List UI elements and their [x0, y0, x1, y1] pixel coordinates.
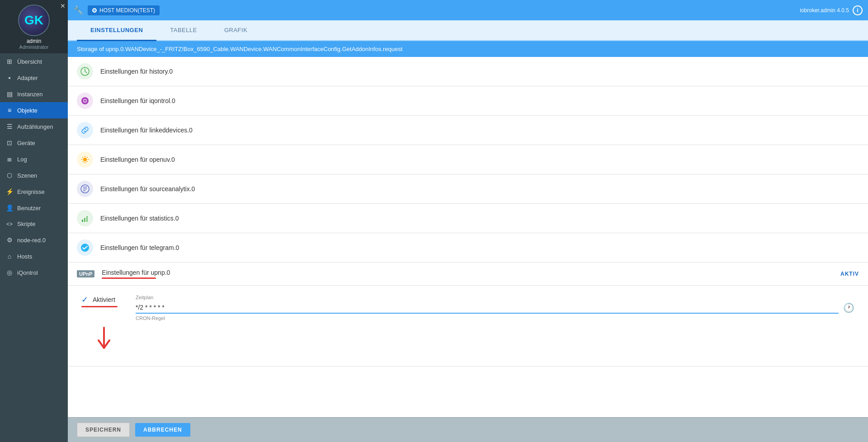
- form-row: ✓ Aktiviert Zeitplan 🕐 CRON-Regel: [81, 295, 854, 321]
- check-icon: ✓: [81, 295, 88, 305]
- user-icon: 👤: [5, 204, 14, 212]
- grid-icon: ⊞: [5, 58, 14, 65]
- zeitplan-label: Zeitplan: [136, 295, 854, 300]
- sidebar-item-geraete[interactable]: ⊡ Geräte: [0, 135, 68, 151]
- clock-icon[interactable]: 🕐: [843, 302, 854, 313]
- tab-grafik[interactable]: GRAFIK: [211, 20, 261, 41]
- settings-row-openuv[interactable]: Einstellungen für openuv.0: [68, 145, 868, 174]
- username-label: admin: [27, 38, 42, 44]
- cancel-button[interactable]: ABBRECHEN: [135, 423, 190, 437]
- tabs-bar: EINSTELLUNGEN TABELLE GRAFIK: [68, 20, 868, 41]
- cron-label: CRON-Regel: [136, 315, 854, 321]
- sidebar-item-adapter[interactable]: ▪ Adapter: [0, 70, 68, 86]
- statistics-icon: [77, 210, 93, 226]
- sidebar-logo: ✕ GK admin Administrator: [0, 0, 68, 53]
- sidebar-item-skripte[interactable]: <> Skripte: [0, 216, 68, 232]
- sidebar-nav: ⊞ Übersicht ▪ Adapter ▤ Instanzen ≡ Obje…: [0, 53, 68, 442]
- sidebar-item-hosts[interactable]: ⌂ Hosts: [0, 248, 68, 264]
- aktiv-badge: AKTIV: [840, 271, 859, 277]
- iqontrol-row-icon: [77, 93, 93, 109]
- upnp-badge: UPnP: [77, 270, 94, 277]
- svg-rect-17: [82, 220, 83, 222]
- sidebar-item-uebersicht[interactable]: ⊞ Übersicht: [0, 53, 68, 70]
- svg-line-10: [87, 161, 87, 162]
- iqontrol-icon: ◎: [5, 269, 14, 276]
- wrench-icon: 🔧: [73, 5, 83, 15]
- content-area: Storage of upnp.0.WANDevice_-_FRITZ!Box_…: [68, 41, 868, 417]
- main-area: 🔧 HOST MEDION(TEST) iobroker.admin 4.0.5…: [68, 0, 868, 442]
- settings-row-upnp[interactable]: UPnP Einstellungen für upnp.0 AKTIV: [68, 263, 868, 286]
- events-icon: ⚡: [5, 188, 14, 195]
- openuv-label: Einstellungen für openuv.0: [100, 156, 175, 163]
- adapter-icon: ▪: [5, 74, 14, 81]
- scripts-icon: <>: [5, 221, 14, 227]
- sidebar-item-aufzaehlungen[interactable]: ☰ Aufzählungen: [0, 118, 68, 135]
- topbar: 🔧 HOST MEDION(TEST) iobroker.admin 4.0.5…: [68, 0, 868, 20]
- sidebar-item-szenen[interactable]: ⬡ Szenen: [0, 167, 68, 183]
- zeitplan-input[interactable]: [136, 302, 839, 314]
- topbar-right: iobroker.admin 4.0.5 i: [800, 5, 863, 15]
- svg-rect-19: [86, 216, 88, 222]
- aktiviert-field: ✓ Aktiviert: [81, 295, 118, 305]
- host-label: HOST MEDION(TEST): [99, 7, 155, 14]
- svg-point-3: [84, 100, 86, 102]
- sidebar-item-iqontrol[interactable]: ◎ iQontrol: [0, 264, 68, 281]
- sidebar-item-objekte[interactable]: ≡ Objekte: [0, 102, 68, 118]
- avatar: GK: [18, 5, 50, 36]
- sidebar-item-node-red[interactable]: ⚙ node-red.0: [0, 232, 68, 248]
- node-red-icon: ⚙: [5, 236, 14, 244]
- version-label: iobroker.admin 4.0.5: [800, 7, 849, 14]
- svg-point-4: [83, 158, 87, 161]
- aktiviert-label: Aktiviert: [93, 296, 115, 303]
- save-button[interactable]: SPEICHERN: [77, 423, 130, 437]
- host-badge: HOST MEDION(TEST): [88, 5, 160, 15]
- settings-form: ✓ Aktiviert Zeitplan 🕐 CRON-Regel: [68, 286, 868, 367]
- telegram-label: Einstellungen für telegram.0: [100, 244, 179, 251]
- log-icon: ≣: [5, 155, 14, 163]
- scenes-icon: ⬡: [5, 172, 14, 179]
- arrow-annotation: [81, 321, 854, 357]
- zeitplan-field: Zeitplan 🕐 CRON-Regel: [136, 295, 854, 321]
- content-header: Storage of upnp.0.WANDevice_-_FRITZ!Box_…: [68, 41, 868, 57]
- enum-icon: ☰: [5, 123, 14, 130]
- close-icon[interactable]: ✕: [60, 2, 66, 9]
- history-icon: [77, 63, 93, 80]
- svg-point-20: [81, 244, 89, 252]
- svg-line-12: [83, 161, 83, 162]
- settings-list: Einstellungen für history.0 Einstellunge…: [68, 57, 868, 286]
- history-label: Einstellungen für history.0: [100, 68, 173, 75]
- sidebar-item-instanzen[interactable]: ▤ Instanzen: [0, 86, 68, 102]
- sourceanalytix-label: Einstellungen für sourceanalytix.0: [100, 185, 195, 193]
- host-status-dot: [92, 8, 97, 13]
- linkeddevices-label: Einstellungen für linkeddevices.0: [100, 127, 193, 134]
- settings-row-statistics[interactable]: Einstellungen für statistics.0: [68, 204, 868, 233]
- openuv-icon: [77, 151, 93, 168]
- settings-row-telegram[interactable]: Einstellungen für telegram.0: [68, 233, 868, 263]
- upnp-label: Einstellungen für upnp.0: [102, 269, 170, 276]
- iqontrol-label: Einstellungen für iqontrol.0: [100, 97, 175, 104]
- role-label: Administrator: [19, 44, 49, 50]
- telegram-icon: [77, 240, 93, 256]
- svg-line-9: [83, 157, 83, 158]
- settings-row-iqontrol[interactable]: Einstellungen für iqontrol.0: [68, 86, 868, 116]
- settings-row-linkeddevices[interactable]: Einstellungen für linkeddevices.0: [68, 116, 868, 145]
- aktiviert-red-underline: [81, 306, 118, 307]
- sidebar-item-benutzer[interactable]: 👤 Benutzer: [0, 200, 68, 216]
- info-icon[interactable]: i: [853, 5, 863, 15]
- instances-icon: ▤: [5, 90, 14, 98]
- tab-tabelle[interactable]: TABELLE: [156, 20, 211, 41]
- svg-line-11: [87, 157, 87, 158]
- objects-icon: ≡: [5, 107, 14, 114]
- sidebar-item-ereignisse[interactable]: ⚡ Ereignisse: [0, 183, 68, 200]
- settings-row-history[interactable]: Einstellungen für history.0: [68, 57, 868, 86]
- settings-row-sourceanalytix[interactable]: Einstellungen für sourceanalytix.0: [68, 174, 868, 204]
- sidebar-item-log[interactable]: ≣ Log: [0, 151, 68, 167]
- svg-rect-18: [84, 218, 85, 222]
- hosts-icon: ⌂: [5, 253, 14, 260]
- sourceanalytix-icon: [77, 181, 93, 197]
- footer: SPEICHERN ABBRECHEN: [68, 417, 868, 442]
- upnp-red-underline: [102, 277, 156, 279]
- devices-icon: ⊡: [5, 139, 14, 146]
- linkeddevices-icon: [77, 122, 93, 138]
- tab-einstellungen[interactable]: EINSTELLUNGEN: [77, 20, 156, 41]
